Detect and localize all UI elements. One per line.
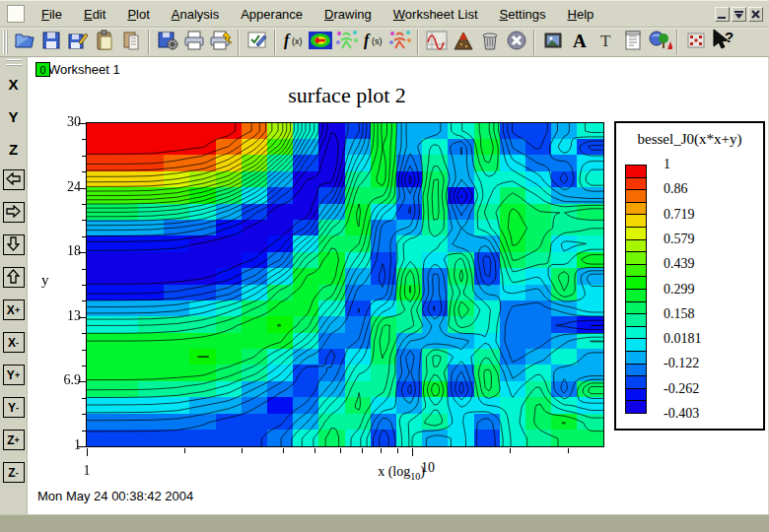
legend-color-segment: [626, 276, 646, 289]
side-toolbar-grip[interactable]: [6, 59, 22, 66]
print-quick-icon: [209, 29, 233, 56]
y-tick-label: 18: [47, 243, 81, 259]
print-button[interactable]: [180, 29, 207, 56]
side-tool-x[interactable]: X: [8, 72, 18, 96]
copy-doc-button[interactable]: [117, 29, 144, 56]
legend-label: -0.262: [664, 380, 699, 398]
menu-drawing[interactable]: Drawing: [314, 4, 383, 25]
axis-tick: [82, 204, 86, 205]
text-t-button[interactable]: T: [593, 29, 619, 56]
axis-tick: [397, 448, 398, 453]
colormap-plot-icon: [308, 29, 333, 56]
scatter-green-button[interactable]: [333, 29, 360, 56]
open-button[interactable]: [11, 29, 37, 56]
close-object-icon: [505, 29, 528, 56]
axis-tick: [283, 448, 284, 453]
print-quick-button[interactable]: [207, 29, 234, 56]
trash-button[interactable]: [476, 29, 503, 56]
x-plus-button[interactable]: X+: [3, 299, 25, 320]
paste-button[interactable]: [91, 29, 117, 56]
graph-button[interactable]: [423, 29, 450, 56]
plot-region[interactable]: [86, 122, 604, 447]
z-minus-button[interactable]: Z-: [3, 462, 25, 483]
x-tick-label-10: 10: [421, 460, 435, 476]
menu-analysis[interactable]: Analysis: [161, 4, 230, 25]
svg-text:A: A: [573, 31, 587, 51]
y-tick-label: 1: [47, 437, 81, 453]
legend-label: 0.86: [664, 180, 688, 198]
notes-icon: [622, 29, 644, 56]
worksheet-tab-number-icon: 0: [35, 62, 50, 77]
axis-tick: [82, 171, 86, 172]
close-object-button[interactable]: [503, 29, 529, 56]
x-minus-button[interactable]: X-: [3, 332, 25, 353]
axis-tick: [568, 448, 569, 453]
y-plus-button[interactable]: Y+: [3, 365, 25, 385]
bold-a-button[interactable]: A: [566, 29, 593, 56]
axis-tick: [82, 366, 86, 366]
toolbar-separator: [676, 30, 678, 55]
menu-apperance[interactable]: Apperance: [230, 4, 314, 25]
arrow-left-button[interactable]: [3, 169, 25, 190]
legend-color-segment: [626, 251, 646, 264]
legend-color-segment: [626, 214, 646, 227]
toolbar-grip[interactable]: [3, 31, 8, 54]
window-menu-icon[interactable]: [7, 5, 25, 23]
menu-worksheet-list[interactable]: Worksheet List: [383, 4, 489, 25]
legend-color-segment: [626, 375, 646, 388]
z-plus-button[interactable]: Z+: [3, 430, 25, 450]
window-buttons: [715, 7, 763, 22]
axis-tick: [381, 448, 382, 453]
export-button[interactable]: [154, 29, 180, 56]
function-x-button[interactable]: f(x): [280, 29, 307, 56]
legend-label: 0.158: [664, 305, 695, 323]
worksheet-tab[interactable]: 0 Worksheet 1: [35, 62, 120, 77]
close-button[interactable]: [748, 7, 763, 22]
open-icon: [13, 29, 36, 56]
arrow-down-button[interactable]: [3, 234, 25, 255]
menu-file[interactable]: File: [31, 4, 73, 25]
edit-worksheet-button[interactable]: [244, 29, 270, 56]
menu-plot[interactable]: Plot: [116, 4, 160, 25]
scene-image-icon: [647, 29, 672, 56]
side-tool-y[interactable]: Y: [8, 104, 18, 128]
surface-3d-button[interactable]: [450, 29, 476, 56]
y-minus-button[interactable]: Y-: [3, 397, 25, 418]
y-tick-label: 6.9: [47, 372, 81, 388]
arrow-up-button[interactable]: [3, 267, 25, 288]
axis-tick: [184, 448, 185, 453]
legend-label: 0.579: [664, 231, 695, 248]
scatter-red-button[interactable]: [386, 29, 413, 56]
menu-settings[interactable]: Settings: [489, 4, 557, 25]
save-as-button[interactable]: [64, 29, 91, 56]
axis-tick: [82, 269, 86, 270]
axis-tick: [82, 285, 86, 286]
shade-button[interactable]: [732, 7, 746, 22]
minimize-button[interactable]: [715, 7, 730, 22]
colormap-plot-button[interactable]: [307, 29, 333, 56]
save-icon: [39, 29, 63, 56]
legend-color-segment: [626, 301, 646, 314]
save-button[interactable]: [37, 29, 64, 56]
scene-image-button[interactable]: [646, 29, 672, 56]
notes-button[interactable]: [619, 29, 646, 56]
menu-edit[interactable]: Edit: [73, 4, 116, 25]
menu-help[interactable]: Help: [557, 4, 605, 25]
svg-text:f: f: [284, 32, 291, 49]
red-frame-button[interactable]: [682, 29, 709, 56]
legend-title: bessel_J0(x*x+y): [616, 131, 763, 148]
arrow-up-icon: [7, 269, 20, 287]
legend-color-segment: [626, 239, 646, 252]
function-param-button[interactable]: f(s): [360, 29, 386, 56]
arrow-right-button[interactable]: [3, 202, 25, 223]
y-tick-label: 30: [47, 114, 81, 130]
legend-color-segment: [626, 289, 646, 301]
image-button[interactable]: [539, 29, 566, 56]
copy-doc-icon: [119, 29, 143, 56]
axis-tick: [315, 448, 315, 453]
axis-tick: [82, 236, 86, 237]
side-tool-z[interactable]: Z: [9, 137, 18, 161]
text-t-icon: T: [596, 29, 616, 56]
context-help-button[interactable]: ?: [709, 29, 735, 56]
contour-heatmap-canvas[interactable]: [87, 123, 603, 446]
